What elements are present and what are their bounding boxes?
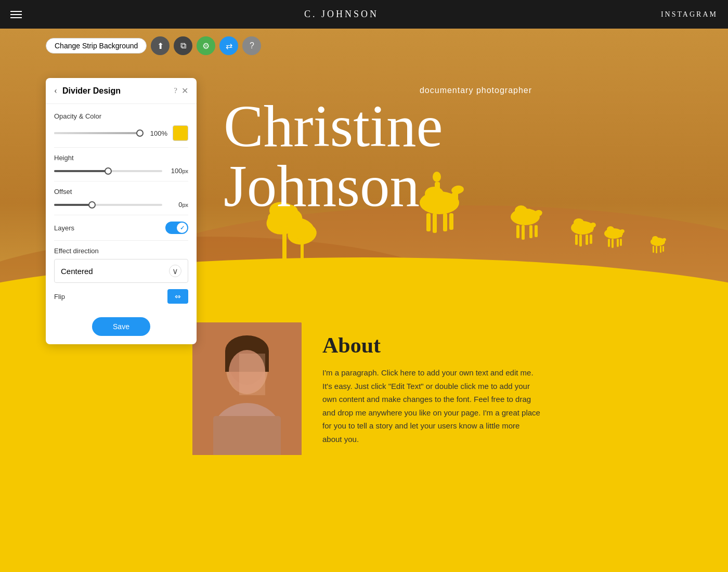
chevron-down-icon: ∨ bbox=[169, 265, 181, 277]
opacity-slider[interactable] bbox=[54, 132, 141, 134]
svg-rect-29 bbox=[529, 225, 532, 238]
svg-rect-45 bbox=[617, 239, 619, 247]
svg-rect-34 bbox=[591, 227, 593, 232]
svg-rect-46 bbox=[620, 239, 622, 246]
hero-name-area: Christine Johnson bbox=[224, 96, 443, 216]
toggle-check-icon: ✓ bbox=[180, 225, 185, 231]
divider-design-panel: ‹ Divider Design ? ✕ Opacity & Color 100… bbox=[46, 78, 197, 344]
height-value: 100px bbox=[167, 167, 188, 175]
svg-rect-28 bbox=[522, 225, 525, 240]
svg-rect-19 bbox=[426, 213, 431, 231]
hero-name-line1: Christine bbox=[224, 93, 443, 159]
offset-slider-row: 0px bbox=[54, 201, 188, 209]
up-arrow-button[interactable]: ⬆ bbox=[151, 36, 170, 55]
svg-rect-26 bbox=[536, 215, 538, 221]
svg-rect-22 bbox=[449, 213, 453, 230]
flip-icon: ⇔ bbox=[175, 292, 181, 301]
svg-rect-27 bbox=[516, 225, 519, 238]
panel-footer: Save bbox=[46, 312, 197, 344]
svg-point-32 bbox=[574, 218, 584, 227]
about-section: About I'm a paragraph. Click here to add… bbox=[322, 333, 541, 446]
header: C. JOHNSON INSTAGRAM bbox=[0, 0, 728, 29]
divider-3 bbox=[54, 215, 188, 215]
divider-4 bbox=[54, 240, 188, 241]
svg-rect-42 bbox=[620, 233, 622, 237]
offset-value: 0px bbox=[167, 201, 188, 209]
layers-label: Layers bbox=[54, 224, 74, 232]
divider-2 bbox=[54, 181, 188, 181]
svg-point-48 bbox=[652, 236, 658, 241]
flip-row: Flip ⇔ bbox=[54, 289, 188, 304]
about-title: About bbox=[322, 333, 541, 358]
panel-close-button[interactable]: ✕ bbox=[181, 86, 188, 96]
svg-rect-44 bbox=[612, 239, 614, 248]
effect-direction-value: Centered bbox=[61, 267, 93, 276]
svg-point-24 bbox=[515, 205, 527, 216]
svg-rect-20 bbox=[433, 213, 437, 233]
svg-point-40 bbox=[607, 226, 614, 232]
change-bg-button[interactable]: Change Strip Background bbox=[46, 38, 147, 54]
svg-rect-37 bbox=[586, 235, 588, 245]
svg-rect-51 bbox=[653, 246, 654, 253]
svg-rect-18 bbox=[451, 192, 458, 205]
about-text: I'm a paragraph. Click here to add your … bbox=[322, 366, 541, 446]
offset-slider[interactable] bbox=[54, 204, 162, 206]
height-slider[interactable] bbox=[54, 170, 162, 172]
svg-rect-21 bbox=[443, 213, 447, 231]
opacity-color-label: Opacity & Color bbox=[54, 112, 188, 120]
svg-rect-52 bbox=[656, 246, 657, 253]
height-slider-row: 100px bbox=[54, 167, 188, 175]
swap-button[interactable]: ⇄ bbox=[219, 36, 238, 55]
portrait-svg bbox=[192, 322, 302, 455]
height-label: Height bbox=[54, 154, 188, 162]
save-button[interactable]: Save bbox=[92, 317, 150, 336]
copy-button[interactable]: ⧉ bbox=[174, 36, 192, 55]
panel-help-button[interactable]: ? bbox=[174, 86, 177, 95]
hero-name-line2: Johnson bbox=[224, 153, 420, 219]
toggle-thumb: ✓ bbox=[177, 223, 187, 233]
portrait-inner bbox=[192, 322, 302, 455]
panel-header: ‹ Divider Design ? ✕ bbox=[46, 78, 197, 104]
flip-button[interactable]: ⇔ bbox=[167, 289, 188, 304]
offset-label: Offset bbox=[54, 188, 188, 196]
panel-title: Divider Design bbox=[62, 86, 174, 96]
site-title: C. JOHNSON bbox=[304, 9, 379, 20]
toolbar: Change Strip Background ⬆ ⧉ ⚙ ⇄ ? bbox=[46, 36, 261, 55]
menu-icon[interactable] bbox=[10, 11, 22, 18]
opacity-value: 100% bbox=[147, 129, 167, 137]
svg-rect-53 bbox=[660, 246, 661, 253]
panel-back-button[interactable]: ‹ bbox=[54, 85, 57, 96]
svg-rect-30 bbox=[535, 225, 538, 237]
instagram-link[interactable]: INSTAGRAM bbox=[661, 10, 718, 19]
svg-rect-36 bbox=[579, 235, 582, 246]
svg-rect-62 bbox=[213, 416, 281, 455]
svg-rect-50 bbox=[663, 241, 665, 244]
help-button[interactable]: ? bbox=[242, 36, 261, 55]
svg-rect-63 bbox=[239, 354, 265, 395]
flip-label: Flip bbox=[54, 293, 65, 301]
svg-rect-43 bbox=[608, 239, 610, 247]
color-swatch[interactable] bbox=[173, 125, 188, 141]
svg-rect-54 bbox=[662, 246, 664, 252]
opacity-slider-row: 100% bbox=[54, 125, 188, 141]
layers-row: Layers ✓ bbox=[54, 222, 188, 234]
panel-body: Opacity & Color 100% Height 100px bbox=[46, 104, 197, 312]
svg-rect-35 bbox=[575, 235, 578, 245]
effect-direction-select[interactable]: Centered ∨ bbox=[54, 259, 188, 283]
portrait-photo bbox=[192, 322, 302, 455]
effect-direction-label: Effect direction bbox=[54, 247, 188, 255]
svg-rect-38 bbox=[590, 235, 592, 244]
divider-1 bbox=[54, 147, 188, 148]
settings-button[interactable]: ⚙ bbox=[197, 36, 215, 55]
layers-toggle[interactable]: ✓ bbox=[165, 222, 188, 234]
